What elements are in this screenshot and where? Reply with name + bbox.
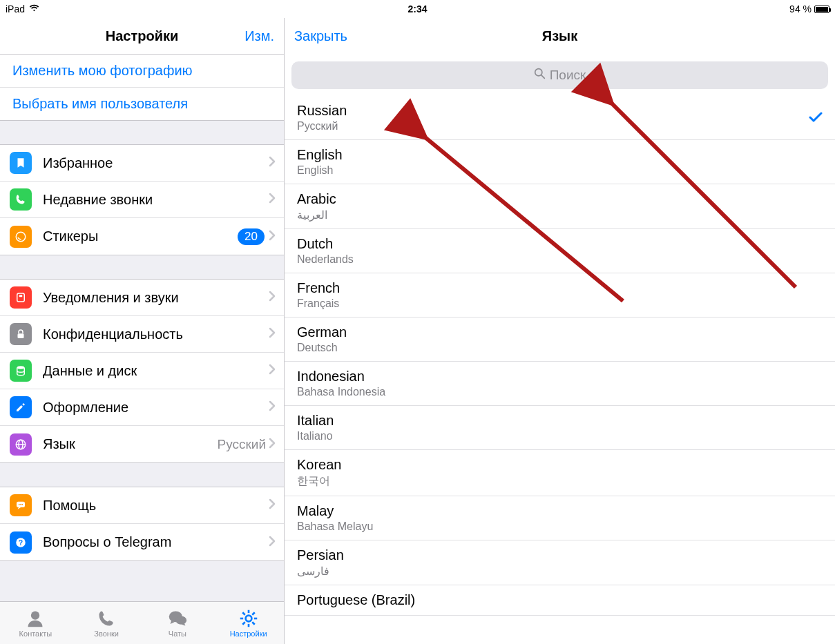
settings-row-sticker[interactable]: Стикеры20 — [0, 218, 284, 255]
row-label: Помощь — [43, 498, 269, 514]
language-native: Русский — [297, 120, 809, 133]
badge: 20 — [238, 228, 265, 245]
language-row[interactable]: MalayBahasa Melayu — [285, 496, 835, 540]
choose-username-link[interactable]: Выбрать имя пользователя — [0, 88, 284, 120]
tab-label: Настройки — [230, 630, 267, 638]
search-placeholder: Поиск — [550, 68, 586, 83]
language-row[interactable]: Korean한국어 — [285, 450, 835, 496]
row-label: Оформление — [43, 400, 269, 416]
tab-bar: Контакты Звонки Чаты Настройки — [0, 601, 284, 644]
svg-point-10 — [20, 504, 21, 505]
svg-line-22 — [242, 612, 245, 615]
bookmark-icon — [10, 152, 32, 174]
language-name: Italian — [297, 413, 823, 429]
language-row[interactable]: GermanDeutsch — [285, 318, 835, 362]
edit-button[interactable]: Изм. — [235, 28, 284, 44]
language-row[interactable]: IndonesianBahasa Indonesia — [285, 362, 835, 406]
row-label: Избранное — [43, 155, 269, 171]
svg-rect-3 — [18, 333, 24, 338]
language-row[interactable]: Portuguese (Brazil) — [285, 585, 835, 616]
search-input[interactable]: Поиск — [291, 61, 828, 89]
settings-row-brush[interactable]: Оформление — [0, 389, 284, 426]
svg-line-25 — [252, 612, 255, 615]
settings-row-phone[interactable]: Недавние звонки — [0, 182, 284, 218]
language-native: Bahasa Indonesia — [297, 386, 823, 398]
chevron-right-icon — [269, 400, 276, 414]
language-name: English — [297, 147, 823, 163]
tab-label: Контакты — [19, 630, 52, 638]
svg-point-14 — [31, 611, 39, 619]
row-label: Язык — [43, 436, 218, 452]
row-label: Стикеры — [43, 228, 238, 244]
tab-settings[interactable]: Настройки — [213, 602, 284, 644]
settings-row-data[interactable]: Данные и диск — [0, 353, 284, 389]
chevron-right-icon — [269, 498, 276, 512]
language-title: Язык — [285, 28, 835, 44]
settings-row-chat[interactable]: Помощь — [0, 487, 284, 524]
phone-icon — [10, 188, 32, 211]
brush-icon — [10, 396, 32, 418]
status-bar: iPad 2:34 94 % — [0, 0, 835, 18]
settings-row-notif[interactable]: Уведомления и звуки — [0, 280, 284, 316]
wifi-icon — [29, 3, 39, 14]
language-row[interactable]: Arabicالعربية — [285, 184, 835, 229]
language-row[interactable]: DutchNederlands — [285, 229, 835, 273]
language-name: German — [297, 324, 823, 340]
tab-contacts[interactable]: Контакты — [0, 602, 71, 644]
language-native: 한국어 — [297, 474, 823, 489]
language-name: Portuguese (Brazil) — [297, 592, 823, 608]
sticker-icon — [10, 226, 32, 248]
svg-point-16 — [175, 616, 186, 624]
chevron-right-icon — [269, 291, 276, 304]
chevron-right-icon — [269, 156, 276, 170]
language-name: Persian — [297, 547, 823, 563]
language-native: Italiano — [297, 430, 823, 442]
settings-row-globe[interactable]: ЯзыкРусский — [0, 426, 284, 462]
language-native: Français — [297, 297, 823, 310]
language-native: English — [297, 164, 823, 177]
settings-row-help[interactable]: ?Вопросы о Telegram — [0, 524, 284, 560]
language-name: Indonesian — [297, 369, 823, 384]
chat-icon — [10, 494, 32, 516]
svg-rect-2 — [19, 295, 23, 297]
row-value: Русский — [218, 437, 267, 452]
svg-line-24 — [242, 622, 245, 625]
settings-row-bookmark[interactable]: Избранное — [0, 145, 284, 182]
svg-point-4 — [17, 366, 25, 369]
language-row[interactable]: RussianРусский — [285, 96, 835, 140]
language-name: French — [297, 280, 823, 296]
language-name: Russian — [297, 103, 809, 119]
chevron-right-icon — [269, 364, 276, 378]
row-label: Вопросы о Telegram — [43, 534, 269, 550]
tab-chats[interactable]: Чаты — [142, 602, 213, 644]
check-icon — [809, 109, 823, 127]
row-label: Уведомления и звуки — [43, 290, 269, 306]
language-navbar: Закрыть Язык — [285, 18, 835, 55]
language-native: فارسی — [297, 565, 823, 578]
language-native: Deutsch — [297, 342, 823, 354]
chevron-right-icon — [269, 193, 276, 206]
tab-label: Чаты — [169, 630, 186, 638]
lock-icon — [10, 323, 32, 345]
svg-text:?: ? — [19, 538, 23, 546]
language-row[interactable]: ItalianItaliano — [285, 406, 835, 450]
device-label: iPad — [6, 3, 25, 14]
svg-point-9 — [19, 504, 20, 505]
close-button[interactable]: Закрыть — [285, 28, 357, 44]
language-row[interactable]: Persianفارسی — [285, 540, 835, 585]
notif-icon — [10, 286, 32, 309]
settings-row-lock[interactable]: Конфиденциальность — [0, 316, 284, 353]
language-row[interactable]: FrenchFrançais — [285, 273, 835, 318]
row-label: Данные и диск — [43, 363, 269, 379]
svg-point-26 — [535, 69, 541, 76]
language-native: Bahasa Melayu — [297, 520, 823, 533]
row-label: Конфиденциальность — [43, 326, 269, 342]
tab-calls[interactable]: Звонки — [71, 602, 142, 644]
language-row[interactable]: EnglishEnglish — [285, 140, 835, 184]
help-icon: ? — [10, 531, 32, 554]
search-icon — [534, 68, 546, 83]
chevron-right-icon — [269, 536, 276, 549]
globe-icon — [10, 433, 32, 456]
change-photo-link[interactable]: Изменить мою фотографию — [0, 55, 284, 88]
svg-point-11 — [21, 504, 23, 505]
